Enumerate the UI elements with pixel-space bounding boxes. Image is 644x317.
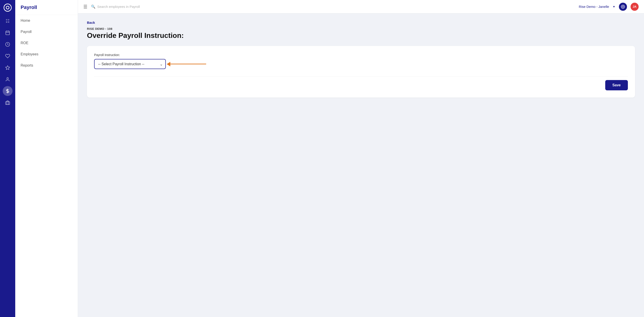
nav-icon-dollar[interactable] xyxy=(3,86,12,96)
select-wrapper: -- Select Payroll Instruction -- ⌄ xyxy=(94,59,166,69)
payroll-instruction-select[interactable]: -- Select Payroll Instruction -- xyxy=(94,59,166,69)
nav-icon-clock[interactable] xyxy=(3,40,12,49)
arrow-head xyxy=(167,62,170,66)
main-content: ☰ 🔍 Search employees in Payroll Rise Dem… xyxy=(78,0,644,317)
arrow-annotation xyxy=(170,64,206,64)
svg-rect-8 xyxy=(6,102,10,105)
text-sidebar: Payroll Home Payroll ROE Employees Repor… xyxy=(15,0,78,317)
form-card: Payroll Instruction: -- Select Payroll I… xyxy=(87,46,635,98)
svg-point-9 xyxy=(622,6,624,7)
arrow-line xyxy=(170,64,206,64)
user-avatar[interactable]: JA xyxy=(630,3,638,11)
settings-icon[interactable] xyxy=(619,3,627,11)
sidebar-item-roe[interactable]: ROE xyxy=(15,38,78,49)
page-content: Back RISE DEMO - 108 Override Payroll In… xyxy=(78,14,644,317)
page-subtitle: RISE DEMO - 108 xyxy=(87,27,635,31)
card-footer: Save xyxy=(94,76,628,90)
sidebar-title: Payroll xyxy=(15,0,78,15)
search-area: 🔍 Search employees in Payroll xyxy=(91,5,575,9)
hamburger-icon[interactable]: ☰ xyxy=(83,4,88,10)
nav-icon-heart[interactable] xyxy=(3,51,12,61)
back-button[interactable]: Back xyxy=(87,21,95,25)
chevron-down-icon: ▼ xyxy=(613,5,615,8)
nav-icon-calendar[interactable] xyxy=(3,28,12,38)
company-name[interactable]: Rise Demo - Janelle xyxy=(579,5,609,9)
svg-marker-5 xyxy=(6,66,10,70)
nav-icon-star[interactable] xyxy=(3,63,12,73)
nav-icon-briefcase[interactable] xyxy=(3,98,12,108)
search-icon: 🔍 xyxy=(91,5,96,9)
nav-icon-user-circle[interactable] xyxy=(3,74,12,84)
svg-point-6 xyxy=(7,78,8,79)
app-logo[interactable] xyxy=(4,4,12,12)
icon-sidebar: ☷ xyxy=(0,0,15,317)
nav-icon-people[interactable]: ☷ xyxy=(3,16,12,26)
sidebar-item-home[interactable]: Home xyxy=(15,15,78,26)
sidebar-item-reports[interactable]: Reports xyxy=(15,60,78,71)
select-row: -- Select Payroll Instruction -- ⌄ xyxy=(94,59,628,69)
search-placeholder[interactable]: Search employees in Payroll xyxy=(97,5,140,9)
field-label: Payroll Instruction: xyxy=(94,53,628,57)
sidebar-item-employees[interactable]: Employees xyxy=(15,49,78,60)
svg-rect-0 xyxy=(6,31,10,35)
topbar-right: Rise Demo - Janelle ▼ JA xyxy=(579,3,638,11)
sidebar-item-payroll[interactable]: Payroll xyxy=(15,26,78,38)
save-button[interactable]: Save xyxy=(605,80,628,90)
topbar: ☰ 🔍 Search employees in Payroll Rise Dem… xyxy=(78,0,644,14)
page-title: Override Payroll Instruction: xyxy=(87,31,635,40)
